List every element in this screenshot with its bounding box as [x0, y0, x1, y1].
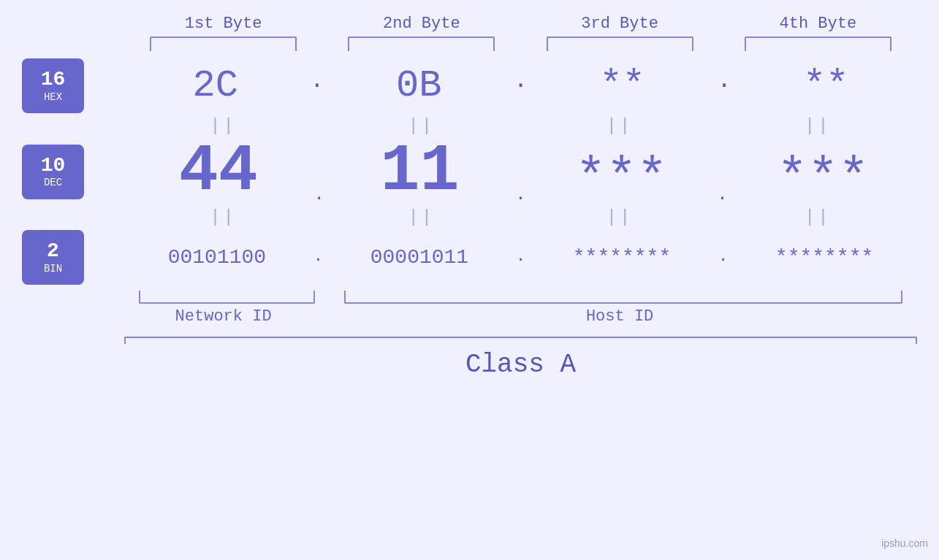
host-bracket-cell	[330, 291, 917, 304]
hex-cell-2: 0B	[328, 67, 510, 105]
top-bracket-line-4	[745, 37, 892, 51]
dec-val-2: 11	[381, 139, 460, 204]
bin-base-label: BIN	[44, 263, 62, 275]
bin-val-1: 00101100	[168, 248, 266, 268]
dec-base-label: DEC	[44, 177, 62, 188]
hex-val-3: **	[600, 67, 645, 105]
dec-dot-2: .	[514, 185, 527, 204]
hex-cell-4: **	[735, 67, 917, 105]
sep-row-2: || || || ||	[124, 204, 917, 230]
bin-cell-3: ********	[529, 248, 715, 268]
class-bracket	[124, 337, 917, 344]
top-bracket-line-2	[348, 37, 495, 51]
top-bracket-3	[521, 37, 719, 51]
dec-base-num: 10	[41, 155, 66, 177]
dec-cell-3: ***	[528, 153, 715, 204]
hex-cell-1: 2C	[124, 67, 306, 105]
byte-headers: 1st Byte 2nd Byte 3rd Byte 4th Byte	[124, 15, 917, 33]
network-id-label: Network ID	[124, 307, 322, 326]
sep-2-3: ||	[521, 207, 719, 227]
hex-val-1: 2C	[192, 67, 237, 105]
top-bracket-line-1	[150, 37, 297, 51]
class-label: Class A	[124, 350, 917, 380]
sep-2-4: ||	[719, 207, 917, 227]
bin-dot-2: .	[512, 248, 529, 268]
hex-val-2: 0B	[396, 67, 441, 105]
top-brackets	[124, 37, 917, 51]
host-bracket	[344, 291, 902, 304]
hex-base-label: HEX	[44, 91, 62, 103]
dec-cell-2: 11	[326, 139, 514, 204]
dec-cell-4: ***	[729, 153, 917, 204]
dec-val-1: 44	[179, 139, 258, 204]
dec-byte-cells: 44 . 11 . *** . ***	[124, 139, 917, 204]
bin-val-4: ********	[775, 248, 873, 268]
hex-base-num: 16	[41, 69, 66, 91]
hex-dot-2: .	[510, 67, 531, 105]
sep-1-4: ||	[719, 116, 917, 136]
byte-header-4: 4th Byte	[719, 15, 917, 33]
bin-dot-1: .	[310, 248, 327, 268]
sep-1-1: ||	[124, 116, 322, 136]
network-bracket	[139, 291, 315, 304]
dec-dot-3: .	[715, 185, 729, 204]
dec-label-box: 10 DEC	[22, 145, 84, 199]
sep-1-3: ||	[521, 116, 719, 136]
bin-cell-4: ********	[731, 248, 917, 268]
sep-2-2: ||	[322, 207, 520, 227]
main-container: 1st Byte 2nd Byte 3rd Byte 4th Byte 16 H…	[0, 0, 939, 560]
dec-dot-1: .	[312, 185, 325, 204]
top-bracket-4	[719, 37, 917, 51]
top-bracket-2	[322, 37, 520, 51]
bin-byte-cells: 00101100 . 00001011 . ******** . *******…	[124, 248, 917, 268]
watermark: ipshu.com	[881, 537, 928, 549]
network-bracket-cell	[124, 291, 330, 304]
class-bracket-container	[124, 337, 917, 344]
hex-label-box: 16 HEX	[22, 58, 84, 113]
hex-cell-3: **	[531, 67, 713, 105]
bin-base-num: 2	[47, 240, 59, 263]
hex-byte-cells: 2C . 0B . ** . **	[124, 67, 917, 105]
hex-dot-1: .	[306, 67, 327, 105]
bin-dot-3: .	[715, 248, 731, 268]
dec-row: 10 DEC 44 . 11 . *** . ***	[22, 139, 917, 204]
bin-val-3: ********	[573, 248, 671, 268]
id-brackets-row	[124, 291, 917, 304]
dec-val-4: ***	[777, 153, 869, 204]
byte-header-3: 3rd Byte	[521, 15, 719, 33]
bin-label-box: 2 BIN	[22, 230, 84, 285]
bin-cell-2: 00001011	[327, 248, 512, 268]
sep-2-1: ||	[124, 207, 322, 227]
top-bracket-1	[124, 37, 322, 51]
byte-header-1: 1st Byte	[124, 15, 322, 33]
hex-row: 16 HEX 2C . 0B . ** . **	[22, 58, 917, 113]
sep-1-2: ||	[322, 116, 520, 136]
id-labels-row: Network ID Host ID	[124, 307, 917, 326]
byte-header-2: 2nd Byte	[322, 15, 520, 33]
top-bracket-line-3	[547, 37, 693, 51]
dec-cell-1: 44	[124, 139, 312, 204]
hex-dot-3: .	[713, 67, 734, 105]
bin-val-2: 00001011	[370, 248, 468, 268]
bin-cell-1: 00101100	[124, 248, 310, 268]
dec-val-3: ***	[575, 153, 667, 204]
bin-row: 2 BIN 00101100 . 00001011 . ******** . *…	[22, 230, 917, 285]
host-id-label: Host ID	[322, 307, 917, 326]
hex-val-4: **	[803, 67, 848, 105]
